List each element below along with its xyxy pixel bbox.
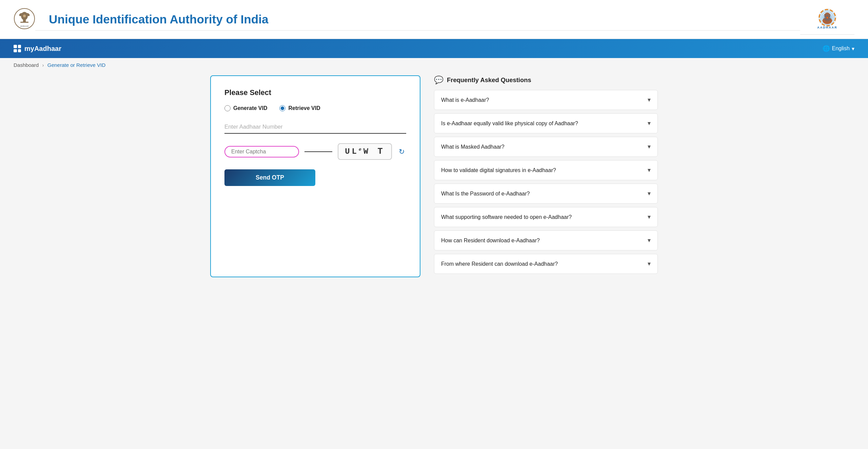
chevron-down-icon: ▾ <box>648 143 651 150</box>
breadcrumb: Dashboard › Generate or Retrieve VID <box>0 58 868 72</box>
faq-question: How can Resident download e-Aadhaar? <box>441 238 648 244</box>
main-content: Please Select Generate VID Retrieve VID … <box>197 72 671 291</box>
gov-emblem: सत्यमेव जयते <box>14 8 35 31</box>
chevron-down-icon: ▾ <box>648 190 651 197</box>
faq-question: From where Resident can download e-Aadha… <box>441 261 648 267</box>
radio-group: Generate VID Retrieve VID <box>224 105 406 111</box>
chevron-down-icon: ▾ <box>648 237 651 244</box>
faq-item[interactable]: Is e-Aadhaar equally valid like physical… <box>434 113 658 133</box>
faq-item[interactable]: What supporting software needed to open … <box>434 207 658 227</box>
faq-item[interactable]: How can Resident download e-Aadhaar? ▾ <box>434 230 658 250</box>
svg-point-5 <box>23 15 26 17</box>
chevron-down-icon: ▾ <box>648 213 651 221</box>
send-otp-button[interactable]: Send OTP <box>224 169 315 186</box>
svg-text:सत्यमेव जयते: सत्यमेव जयते <box>20 25 28 27</box>
captcha-refresh-button[interactable]: ↻ <box>397 146 406 157</box>
chevron-down-icon: ▾ <box>648 167 651 174</box>
radio-generate-vid-input[interactable] <box>224 105 231 111</box>
breadcrumb-home[interactable]: Dashboard <box>14 62 39 68</box>
language-icon: 🌐 <box>823 45 830 52</box>
svg-text:AADHAAR: AADHAAR <box>817 26 837 29</box>
chevron-down-icon: ▾ <box>852 45 854 52</box>
svg-rect-4 <box>23 20 26 22</box>
breadcrumb-separator: › <box>42 62 44 68</box>
aadhaar-number-input[interactable] <box>224 121 406 134</box>
radio-generate-vid[interactable]: Generate VID <box>224 105 267 111</box>
radio-retrieve-vid-input[interactable] <box>279 105 285 111</box>
radio-generate-vid-label: Generate VID <box>233 105 267 111</box>
chevron-down-icon: ▾ <box>648 96 651 104</box>
brand-label: myAadhaar <box>24 45 61 53</box>
chevron-down-icon: ▾ <box>648 120 651 127</box>
faq-question: What supporting software needed to open … <box>441 214 648 220</box>
language-label: English <box>832 45 850 52</box>
captcha-underline <box>304 151 332 152</box>
faq-question: Is e-Aadhaar equally valid like physical… <box>441 120 648 127</box>
faq-title: Frequently Asked Questions <box>447 76 531 84</box>
captcha-input-wrap <box>224 146 299 157</box>
faq-item[interactable]: What is Masked Aadhaar? ▾ <box>434 137 658 157</box>
captcha-input[interactable] <box>231 149 292 155</box>
nav-bar: myAadhaar 🌐 English ▾ <box>0 39 868 58</box>
site-title: Unique Identification Authority of India <box>35 8 800 31</box>
breadcrumb-current: Generate or Retrieve VID <box>47 62 105 68</box>
form-panel: Please Select Generate VID Retrieve VID … <box>210 75 420 277</box>
grid-icon <box>14 45 21 52</box>
form-title: Please Select <box>224 88 406 97</box>
faq-item[interactable]: What Is the Password of e-Aadhaar? ▾ <box>434 184 658 204</box>
faq-item[interactable]: What is e-Aadhaar? ▾ <box>434 90 658 110</box>
faq-question: What Is the Password of e-Aadhaar? <box>441 191 648 197</box>
radio-retrieve-vid[interactable]: Retrieve VID <box>279 105 320 111</box>
faq-question: What is e-Aadhaar? <box>441 97 648 103</box>
faq-panel: 💬 Frequently Asked Questions What is e-A… <box>434 75 658 277</box>
chevron-down-icon: ▾ <box>648 260 651 267</box>
faq-question: What is Masked Aadhaar? <box>441 144 648 150</box>
captcha-image: ULeW T <box>338 143 392 160</box>
faq-item[interactable]: From where Resident can download e-Aadha… <box>434 254 658 274</box>
radio-retrieve-vid-label: Retrieve VID <box>288 105 320 111</box>
faq-header: 💬 Frequently Asked Questions <box>434 75 658 85</box>
faq-icon: 💬 <box>434 75 443 85</box>
faq-item[interactable]: How to validate digital signatures in e-… <box>434 160 658 180</box>
brand: myAadhaar <box>14 45 61 53</box>
top-header: सत्यमेव जयते Unique Identification Autho… <box>0 0 868 39</box>
aadhaar-logo: AADHAAR <box>800 4 854 35</box>
language-button[interactable]: 🌐 English ▾ <box>823 45 854 52</box>
captcha-display: ULeW T <box>345 147 385 156</box>
svg-rect-6 <box>20 22 28 23</box>
faq-question: How to validate digital signatures in e-… <box>441 167 648 173</box>
captcha-row: ULeW T ↻ <box>224 143 406 160</box>
